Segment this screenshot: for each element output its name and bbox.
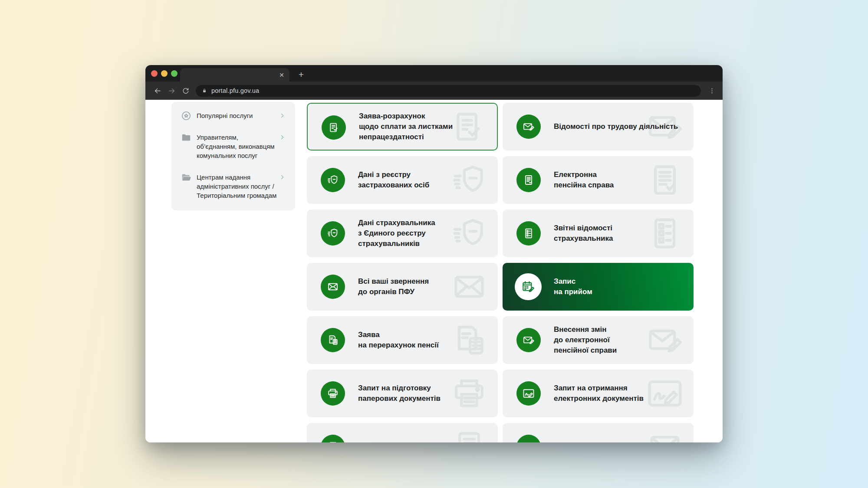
service-card-all-appeals-pfu[interactable]: Всі ваші зверненнядо органів ПФУ: [307, 263, 498, 311]
signature-icon: [516, 381, 541, 406]
service-card-title: Дані з Електронного реєстру: [358, 423, 492, 442]
service-card-title: Звернення: [554, 423, 687, 442]
service-card-title: Запит на отриманняелектронних документів: [554, 370, 687, 417]
service-card-title: Всі ваші зверненнядо органів ПФУ: [358, 263, 492, 311]
page-content: Популярні послуги Управителям,об’єднання…: [145, 100, 723, 442]
service-card-title: Відомості про трудову діяльність: [554, 103, 687, 151]
chevron-right-icon: [279, 112, 286, 119]
service-card-title: Внесення зміндо електронноїпенсійної спр…: [554, 316, 687, 364]
tab-close-icon[interactable]: ✕: [279, 72, 284, 78]
service-card-insurer-reporting-info[interactable]: Звітні відомостістрахувальника: [503, 210, 694, 257]
forward-button[interactable]: [164, 84, 178, 98]
envelope-pencil-icon: [516, 328, 541, 352]
service-card-appeal[interactable]: Звернення: [503, 423, 694, 442]
chevron-right-icon: [279, 174, 286, 180]
sidebar-item-label: Популярні послуги: [197, 111, 276, 120]
service-card-title: Запит на підготовкупаперових документів: [358, 370, 492, 417]
kebab-menu-icon: [708, 87, 716, 95]
star-badge-icon: [181, 110, 192, 121]
browser-window: ✕ + portal.pfu.gov.ua Популярні послуги …: [145, 65, 723, 442]
doc-check-icon: [322, 115, 346, 140]
close-window-button[interactable]: [151, 70, 158, 77]
checklist-icon: [516, 221, 541, 246]
minimize-window-button[interactable]: [161, 70, 168, 77]
service-card-title: Записна прийом: [554, 263, 687, 311]
browser-tab[interactable]: ✕: [180, 68, 289, 82]
url-text: portal.pfu.gov.ua: [211, 87, 259, 94]
service-card-electronic-documents-request[interactable]: Запит на отриманняелектронних документів: [503, 370, 694, 417]
service-card-sick-leave-payment-statement[interactable]: Заява-розрахунокщодо сплати за листкамин…: [307, 103, 498, 151]
forward-icon: [168, 87, 176, 95]
sidebar-item-admin-centers[interactable]: Центрам наданняадміністративних послуг /…: [171, 173, 295, 200]
browser-menu-button[interactable]: [706, 84, 717, 97]
shield-speed-icon: [321, 168, 345, 192]
service-card-title: Дані страхувальниказ Єдиного реєструстра…: [358, 210, 492, 257]
services-column-left: Заява-розрахунокщодо сплати за листкамин…: [307, 103, 498, 442]
sidebar-item-popular-services[interactable]: Популярні послуги: [171, 111, 295, 120]
service-card-appointment-booking[interactable]: Записна прийом: [503, 263, 694, 311]
calendar-pencil-icon: [515, 273, 542, 300]
service-card-pension-file-changes[interactable]: Внесення зміндо електронноїпенсійної спр…: [503, 316, 694, 364]
browser-tab-bar: ✕ +: [145, 65, 723, 82]
service-card-insured-persons-registry-data[interactable]: Дані з реєструзастрахованих осіб: [307, 156, 498, 204]
services-sidebar: Популярні послуги Управителям,об’єднання…: [171, 102, 295, 210]
desktop-background: { "background": { "gradient_left": "#fbf…: [0, 0, 868, 488]
service-card-paper-documents-request[interactable]: Запит на підготовкупаперових документів: [307, 370, 498, 417]
folder-icon: [181, 132, 192, 143]
service-card-pension-recalculation-application[interactable]: Заявана перерахунок пенсії: [307, 316, 498, 364]
browser-toolbar: portal.pfu.gov.ua: [145, 82, 723, 100]
chevron-right-icon: [279, 134, 286, 141]
service-card-electronic-pension-file[interactable]: Електроннапенсійна справа: [503, 156, 694, 204]
service-card-insurer-registry-data[interactable]: Дані страхувальниказ Єдиного реєструстра…: [307, 210, 498, 257]
address-bar[interactable]: portal.pfu.gov.ua: [196, 85, 701, 97]
envelope-icon: [321, 275, 345, 299]
reload-button[interactable]: [178, 84, 192, 98]
reload-icon: [181, 87, 190, 95]
service-card-title: Дані з реєструзастрахованих осіб: [358, 156, 492, 204]
new-tab-button[interactable]: +: [295, 68, 308, 81]
sidebar-item-utility-managers[interactable]: Управителям,об’єднанням, виконавцямкомун…: [171, 133, 295, 160]
service-card-employment-activity-info[interactable]: Відомості про трудову діяльність: [503, 103, 694, 151]
service-card-e-registry-data[interactable]: Дані з Електронного реєстру: [307, 423, 498, 442]
envelope-pencil-icon: [516, 115, 541, 139]
doc-calc-icon: [321, 328, 345, 352]
folder-open-icon: [181, 172, 192, 183]
services-column-right: Відомості про трудову діяльність Електро…: [503, 103, 694, 442]
service-card-title: Заява-розрахунокщодо сплати за листкамин…: [359, 104, 491, 150]
service-card-title: Електроннапенсійна справа: [554, 156, 687, 204]
printer-icon: [321, 381, 345, 406]
back-icon: [154, 87, 162, 95]
doc-lines-icon: [516, 168, 541, 192]
sidebar-item-label: Управителям,об’єднанням, виконавцямкомун…: [197, 133, 276, 160]
doc-lines-icon: [321, 435, 345, 442]
back-button[interactable]: [151, 84, 164, 98]
service-card-title: Звітні відомостістрахувальника: [554, 210, 687, 257]
envelope-icon: [516, 435, 541, 442]
window-controls: [151, 70, 178, 77]
shield-speed-icon: [321, 221, 345, 246]
service-card-title: Заявана перерахунок пенсії: [358, 316, 492, 364]
sidebar-item-label: Центрам наданняадміністративних послуг /…: [197, 173, 276, 200]
lock-icon: [201, 88, 207, 94]
zoom-window-button[interactable]: [171, 70, 178, 77]
